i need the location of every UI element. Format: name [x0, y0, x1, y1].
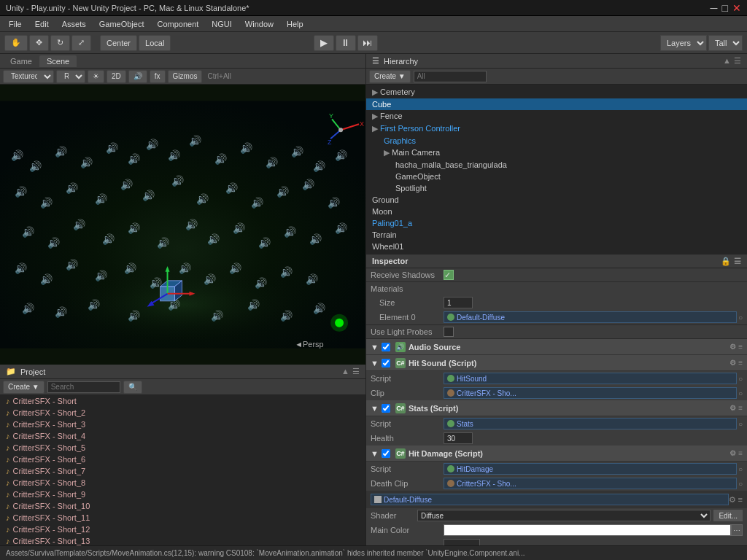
hit-damage-clip-value[interactable]: CritterSFX - Sho... — [444, 478, 737, 489]
project-menu-icon[interactable]: ☰ — [352, 367, 360, 376]
hierarchy-item[interactable]: hacha_malla_base_triangulada — [366, 159, 747, 171]
view-mode-select[interactable]: Textured — [3, 70, 54, 83]
materials-size-value[interactable]: 1 — [444, 297, 473, 308]
project-item[interactable]: ♪ CritterSFX - Short — [0, 395, 365, 407]
project-item[interactable]: ♪ CritterSFX - Short_11 — [0, 512, 365, 524]
hierarchy-item[interactable]: Cube — [366, 98, 747, 110]
hit-sound-script-value[interactable]: HitSound — [444, 373, 737, 384]
shader-edit-btn[interactable]: Edit... — [713, 510, 743, 521]
menu-edit[interactable]: Edit — [29, 18, 55, 30]
hierarchy-menu-icon[interactable]: ☰ — [734, 56, 741, 66]
scene-tab[interactable]: Scene — [39, 55, 77, 67]
material-name-value[interactable]: Default-Diffuse — [371, 494, 729, 505]
color-picker-btn[interactable]: ⋯ — [731, 524, 743, 536]
hit-sound-checkbox[interactable] — [382, 359, 390, 368]
project-item[interactable]: ♪ CritterSFX - Short_13 — [0, 535, 365, 545]
hierarchy-item[interactable]: Ground — [366, 194, 747, 206]
audio-btn[interactable]: 🔊 — [128, 70, 147, 83]
materials-element0-value[interactable]: Default-Diffuse — [444, 311, 737, 323]
hierarchy-item[interactable]: Spotlight — [366, 182, 747, 194]
hierarchy-create-btn[interactable]: Create ▼ — [369, 70, 411, 83]
project-item[interactable]: ♪ CritterSFX - Short_9 — [0, 489, 365, 500]
hit-sound-clip-value[interactable]: CritterSFX - Sho... — [444, 387, 737, 399]
inspector-lock-icon[interactable]: 🔒 — [721, 257, 731, 266]
hierarchy-item[interactable]: ▶Main Camera — [366, 147, 747, 159]
layout-dropdown[interactable]: Tall — [708, 35, 743, 51]
project-item[interactable]: ♪ CritterSFX - Short_12 — [0, 524, 365, 535]
main-color-swatch[interactable] — [444, 524, 731, 536]
rotate-tool-btn[interactable]: ↻ — [50, 35, 70, 51]
menu-help[interactable]: Help — [281, 18, 309, 30]
maximize-btn[interactable]: □ — [722, 2, 728, 14]
audio-source-header[interactable]: ▼ 🔊 Audio Source ⚙ ≡ — [366, 339, 747, 355]
project-item[interactable]: ♪ CritterSFX - Short_10 — [0, 500, 365, 512]
close-btn[interactable]: ✕ — [732, 2, 741, 14]
menu-ngui[interactable]: NGUI — [206, 18, 238, 30]
hierarchy-expand-icon[interactable]: ▲ — [723, 56, 731, 66]
element0-link-icon[interactable]: ○ — [738, 314, 743, 322]
inspector-menu-icon[interactable]: ☰ — [734, 257, 741, 266]
death-clip-link[interactable]: ○ — [738, 480, 743, 488]
hit-damage-link[interactable]: ○ — [738, 465, 743, 473]
color-mode-select[interactable]: RGB — [56, 70, 85, 83]
audio-source-settings[interactable]: ⚙ ≡ — [729, 343, 743, 351]
project-item[interactable]: ♪ CritterSFX - Short_4 — [0, 430, 365, 442]
audio-source-checkbox[interactable] — [382, 343, 390, 351]
layers-dropdown[interactable]: Layers — [660, 35, 707, 51]
step-btn[interactable]: ⏭ — [357, 35, 378, 51]
pause-btn[interactable]: ⏸ — [336, 35, 356, 51]
hierarchy-item[interactable]: ▶Fence — [366, 110, 747, 122]
hierarchy-item[interactable]: ▶First Person Controller — [366, 122, 747, 135]
hit-sound-link[interactable]: ○ — [738, 375, 743, 383]
project-search-btn[interactable]: 🔍 — [123, 381, 142, 394]
center-btn[interactable]: Center — [100, 35, 137, 51]
hand-tool-btn[interactable]: ✋ — [4, 35, 28, 51]
stats-settings[interactable]: ⚙ ≡ — [729, 404, 743, 412]
menu-file[interactable]: File — [3, 18, 28, 30]
hierarchy-item[interactable]: GameObject — [366, 171, 747, 182]
hit-damage-settings[interactable]: ⚙ ≡ — [729, 449, 743, 457]
project-item[interactable]: ♪ CritterSFX - Short_8 — [0, 477, 365, 489]
2d-btn[interactable]: 2D — [107, 70, 126, 83]
hit-damage-script-value[interactable]: HitDamage — [444, 463, 737, 475]
hierarchy-item[interactable]: Graphics — [366, 135, 747, 147]
project-search-input[interactable] — [47, 381, 120, 393]
move-tool-btn[interactable]: ✥ — [29, 35, 49, 51]
scale-tool-btn[interactable]: ⤢ — [71, 35, 91, 51]
project-create-btn[interactable]: Create ▼ — [3, 381, 44, 394]
menu-gameobject[interactable]: GameObject — [93, 18, 150, 30]
menu-window[interactable]: Window — [239, 18, 279, 30]
play-btn[interactable]: ▶ — [314, 35, 334, 51]
project-item[interactable]: ♪ CritterSFX - Short_7 — [0, 465, 365, 477]
hit-damage-checkbox[interactable] — [382, 449, 390, 458]
hierarchy-item[interactable]: Terrain — [366, 229, 747, 241]
hit-sound-settings[interactable]: ⚙ ≡ — [729, 359, 743, 367]
sun-btn[interactable]: ☀ — [88, 70, 104, 83]
gizmos-btn[interactable]: Gizmos — [168, 70, 203, 83]
hierarchy-item[interactable]: Paling01_a — [366, 217, 747, 229]
project-item[interactable]: ♪ CritterSFX - Short_5 — [0, 442, 365, 454]
fx-btn[interactable]: fx — [150, 70, 166, 83]
project-expand-icon[interactable]: ▲ — [341, 367, 349, 376]
stats-checkbox[interactable] — [382, 404, 390, 413]
project-item[interactable]: ♪ CritterSFX - Short_3 — [0, 419, 365, 430]
stats-header[interactable]: ▼ C# Stats (Script) ⚙ ≡ — [366, 400, 747, 416]
clip-link[interactable]: ○ — [738, 389, 743, 397]
stats-script-value[interactable]: Stats — [444, 418, 737, 429]
hierarchy-search-input[interactable] — [414, 71, 487, 82]
scene-view[interactable]: 🔊 🔊 🔊 🔊 🔊 🔊 🔊 🔊 🔊 🔊 🔊 🔊 🔊 🔊 🔊 — [0, 85, 365, 365]
game-tab[interactable]: Game — [3, 55, 39, 67]
hierarchy-item[interactable]: Wheel01 — [366, 241, 747, 252]
project-item[interactable]: ♪ CritterSFX - Short_2 — [0, 407, 365, 419]
project-item[interactable]: ♪ CritterSFX - Short_6 — [0, 454, 365, 465]
hit-damage-header[interactable]: ▼ C# Hit Damage (Script) ⚙ ≡ — [366, 446, 747, 462]
local-btn[interactable]: Local — [139, 35, 171, 51]
minimize-btn[interactable]: ─ — [711, 2, 718, 14]
hierarchy-item[interactable]: Moon — [366, 206, 747, 217]
menu-assets[interactable]: Assets — [56, 18, 92, 30]
hierarchy-item[interactable]: ▶Cemetery — [366, 86, 747, 98]
material-settings-icon[interactable]: ⚙ ≡ — [729, 495, 743, 505]
receive-shadows-checkbox[interactable]: ✓ — [444, 270, 454, 280]
shader-select[interactable]: Diffuse — [417, 510, 711, 521]
menu-component[interactable]: Component — [151, 18, 204, 30]
